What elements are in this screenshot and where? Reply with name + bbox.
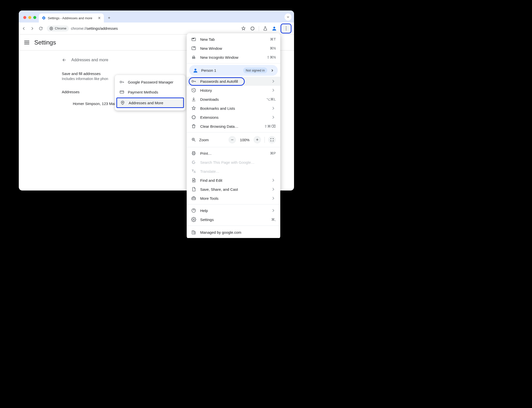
document-search-icon xyxy=(191,178,196,183)
site-chip[interactable]: Chrome xyxy=(47,26,69,32)
incognito-icon xyxy=(191,55,196,60)
managed-label: Managed by google.com xyxy=(200,230,241,234)
menu-downloads[interactable]: Downloads ⌥⌘L xyxy=(187,95,280,104)
menu-separator xyxy=(187,132,280,132)
fullscreen-window-button[interactable] xyxy=(33,16,36,19)
menu-label: New Incognito Window xyxy=(200,55,263,60)
zoom-out-button[interactable]: − xyxy=(228,136,236,144)
menu-clear-browsing-data[interactable]: Clear Browsing Data… ⇧⌘⌫ xyxy=(187,122,280,131)
extensions-puzzle-icon[interactable] xyxy=(250,26,255,31)
back-button[interactable] xyxy=(21,26,26,31)
menu-accel: ⇧⌘⌫ xyxy=(264,124,276,128)
menu-accel: ⌥⌘L xyxy=(266,97,276,101)
submenu-payment-methods[interactable]: Payment Methods xyxy=(115,87,185,97)
menu-zoom-row: Zoom − 100% + xyxy=(187,134,280,146)
menu-save-share-cast[interactable]: Save, Share, and Cast xyxy=(187,185,280,194)
gear-icon xyxy=(191,217,196,222)
menu-bookmarks[interactable]: Bookmarks and Lists xyxy=(187,104,280,113)
menu-label: Bookmarks and Lists xyxy=(200,106,267,110)
menu-more-tools[interactable]: More Tools xyxy=(187,194,280,203)
chevron-down-icon xyxy=(286,15,290,19)
tab-search-button[interactable] xyxy=(285,14,292,20)
chevron-right-icon xyxy=(271,178,276,183)
profile-status-badge: Not signed in xyxy=(243,68,267,73)
menu-separator xyxy=(187,204,280,204)
url-text: chrome://settings/addresses xyxy=(71,26,118,30)
chevron-right-icon xyxy=(271,115,276,120)
bookmark-star-icon[interactable] xyxy=(241,26,246,31)
back-arrow-icon[interactable] xyxy=(62,58,67,62)
printer-icon xyxy=(191,151,196,156)
translate-icon xyxy=(191,169,196,174)
menu-passwords-autofill[interactable]: Passwords and Autofill xyxy=(187,77,280,86)
submenu-label: Payment Methods xyxy=(128,90,158,94)
toolbox-icon xyxy=(191,196,196,201)
chevron-right-icon xyxy=(270,68,274,72)
chevron-right-icon xyxy=(271,187,276,192)
star-icon xyxy=(191,106,196,111)
menu-label: Print… xyxy=(200,151,266,156)
svg-point-9 xyxy=(194,58,195,58)
minimize-window-button[interactable] xyxy=(28,16,31,19)
chevron-right-icon xyxy=(271,88,276,93)
menu-toggle-button[interactable] xyxy=(24,41,29,44)
menu-label: New Tab xyxy=(200,37,266,42)
fullscreen-button[interactable] xyxy=(268,136,276,144)
menu-accel: ⌘, xyxy=(271,218,276,222)
chevron-right-icon xyxy=(271,79,276,84)
menu-help[interactable]: Help xyxy=(187,206,280,215)
menu-translate: Translate… xyxy=(187,167,280,176)
help-icon xyxy=(191,208,196,213)
menu-new-incognito[interactable]: New Incognito Window ⇧⌘N xyxy=(187,53,280,62)
chevron-right-icon xyxy=(271,208,276,213)
key-icon xyxy=(119,80,124,84)
zoom-value: 100% xyxy=(239,138,250,142)
menu-accel: ⌘P xyxy=(270,151,276,155)
section-title: Addresses and more xyxy=(71,58,108,62)
menu-print[interactable]: Print… ⌘P xyxy=(187,149,280,158)
menu-label: Find and Edit xyxy=(200,178,267,182)
menu-label: Clear Browsing Data… xyxy=(200,124,260,128)
menu-label: New Window xyxy=(200,46,266,50)
menu-search-page: Search This Page with Google… xyxy=(187,158,280,167)
tab-icon xyxy=(191,37,196,42)
browser-tab[interactable]: Settings - Addresses and more ✕ xyxy=(39,14,104,22)
menu-new-tab[interactable]: New Tab ⌘T xyxy=(187,35,280,44)
menu-extensions[interactable]: Extensions xyxy=(187,113,280,122)
tab-title: Settings - Addresses and more xyxy=(48,16,96,20)
chevron-right-icon xyxy=(271,196,276,201)
menu-profile-row[interactable]: Person 1 Not signed in xyxy=(189,65,278,76)
forward-button[interactable] xyxy=(30,26,35,31)
menu-history[interactable]: History xyxy=(187,86,280,95)
chrome-menu-button[interactable] xyxy=(281,24,292,34)
submenu-label: Google Password Manager xyxy=(128,80,173,84)
omnibox[interactable]: Chrome chrome://settings/addresses xyxy=(47,26,237,32)
reload-button[interactable] xyxy=(38,26,43,31)
menu-find-edit[interactable]: Find and Edit xyxy=(187,176,280,185)
menu-label: History xyxy=(200,88,267,92)
submenu-password-manager[interactable]: Google Password Manager xyxy=(115,77,185,87)
profile-avatar-icon[interactable] xyxy=(272,26,277,31)
close-window-button[interactable] xyxy=(23,16,26,19)
puzzle-icon xyxy=(191,115,196,120)
menu-settings[interactable]: Settings ⌘, xyxy=(187,215,280,224)
new-tab-button[interactable]: ＋ xyxy=(105,14,113,22)
svg-point-13 xyxy=(193,180,194,181)
close-tab-icon[interactable]: ✕ xyxy=(98,16,101,20)
menu-label: Settings xyxy=(200,218,267,222)
menu-label: Downloads xyxy=(200,97,262,102)
menu-accel: ⌘N xyxy=(270,46,276,50)
tab-strip: Settings - Addresses and more ✕ ＋ xyxy=(19,10,294,22)
fullscreen-icon xyxy=(270,138,274,142)
svg-point-8 xyxy=(192,58,193,58)
menu-accel: ⇧⌘N xyxy=(267,55,276,59)
zoom-in-button[interactable]: + xyxy=(253,136,261,144)
credit-card-icon xyxy=(119,90,124,94)
submenu-addresses-more[interactable]: Addresses and More xyxy=(116,98,184,108)
menu-label: More Tools xyxy=(200,196,267,200)
labs-flask-icon[interactable] xyxy=(262,26,268,31)
menu-new-window[interactable]: New Window ⌘N xyxy=(187,44,280,53)
svg-point-10 xyxy=(194,68,196,70)
menu-managed-by[interactable]: Managed by google.com xyxy=(187,227,280,237)
menu-label: Passwords and Autofill xyxy=(200,79,238,84)
